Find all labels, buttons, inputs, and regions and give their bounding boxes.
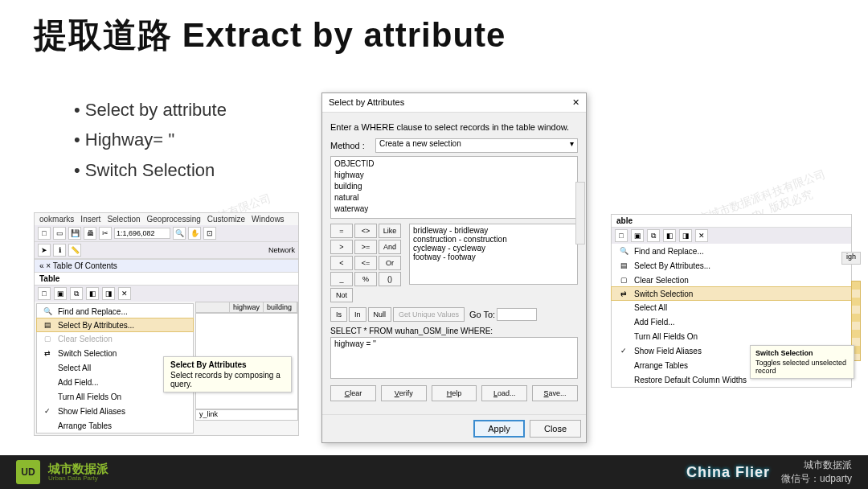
apply-button[interactable]: Apply (473, 420, 525, 438)
switch-sel-icon[interactable]: ◧ (86, 287, 99, 300)
open-icon[interactable]: ▭ (53, 227, 66, 240)
goto-input[interactable] (497, 308, 537, 321)
menu-bookmarks[interactable]: ookmarks (39, 215, 74, 224)
clear-button[interactable]: Clear (330, 385, 376, 401)
field-item[interactable]: highway (334, 170, 574, 181)
save-button[interactable]: Save... (532, 385, 578, 401)
operator-button[interactable]: < (330, 256, 353, 270)
operator-button[interactable]: >= (354, 240, 377, 254)
goto-label: Go To: (469, 310, 495, 319)
value-item[interactable]: footway - footway (413, 253, 574, 261)
app-menubar[interactable]: ookmarks Insert Selection Geoprocessing … (35, 213, 298, 225)
method-select[interactable]: Create a new selection ▾ (375, 138, 578, 153)
operator-button[interactable]: Or (379, 256, 401, 270)
op-is-button[interactable]: Is (330, 307, 347, 322)
menu-item-switch-selection[interactable]: ⇄Switch Selection (611, 286, 852, 301)
close-icon[interactable]: ✕ (695, 229, 708, 242)
operator-button[interactable]: () (379, 272, 401, 286)
operator-button[interactable]: <= (354, 256, 377, 270)
help-button[interactable]: Help (432, 385, 477, 401)
operator-grid[interactable]: =<>Like>>=And<<=Or_%()Not (330, 224, 401, 302)
menu-item-arrange-tables[interactable]: Arrange Tables (37, 418, 193, 433)
col-highway[interactable]: highway (230, 302, 264, 312)
select-by-attr-icon[interactable]: ⧉ (70, 287, 83, 300)
menu-item-select-all[interactable]: Select All (612, 300, 851, 314)
field-item[interactable]: natural (334, 192, 574, 203)
clear-selection-icon: ▢ (618, 276, 629, 284)
menu-item-find-replace[interactable]: 🔍Find and Replace... (612, 244, 851, 258)
map-scale-input[interactable] (114, 228, 170, 239)
select-by-attr-icon[interactable]: ⧉ (647, 229, 660, 242)
cut-icon[interactable]: ✂ (99, 227, 112, 240)
field-item[interactable]: waterway (334, 203, 574, 215)
dialog-close-icon[interactable]: ✕ (572, 97, 579, 108)
where-expression-input[interactable]: highway = '' (330, 337, 578, 379)
field-list[interactable]: OBJECTIDhighwaybuildingnaturalwaterway (330, 156, 578, 219)
menu-customize[interactable]: Customize (207, 215, 245, 224)
get-unique-values-button[interactable]: Get Unique Values (393, 307, 465, 322)
value-item[interactable]: construction - construction (413, 235, 574, 244)
value-item[interactable]: cycleway - cycleway (413, 244, 574, 253)
toc-header[interactable]: « × Table Of Contents (35, 259, 298, 273)
switch-sel-icon[interactable]: ◧ (663, 229, 676, 242)
operator-button[interactable]: Not (330, 288, 353, 302)
table-options-icon[interactable]: □ (38, 287, 51, 300)
menu-item-show-aliases[interactable]: ✓Show Field Aliases (37, 404, 193, 418)
col-building[interactable]: building (264, 302, 297, 312)
menu-item-clear-selection[interactable]: ▢Clear Selection (612, 273, 851, 287)
nav-toolbar[interactable]: ➤ ℹ 📏 Network (35, 242, 298, 259)
operator-button[interactable]: % (354, 272, 377, 286)
menu-windows[interactable]: Windows (252, 215, 285, 224)
new-icon[interactable]: □ (38, 227, 51, 240)
value-item[interactable]: bridleway - bridleway (413, 226, 574, 235)
full-extent-icon[interactable]: ⊡ (203, 227, 216, 240)
field-item[interactable]: building (334, 181, 574, 192)
close-button[interactable]: Close (530, 420, 581, 438)
table-toolbar-right[interactable]: □ ▣ ⧉ ◧ ◨ ✕ (612, 228, 851, 244)
chevron-down-icon[interactable]: ▾ (570, 139, 574, 148)
toc-collapse-icon[interactable]: « × (39, 261, 51, 270)
related-tables-icon[interactable]: ▣ (54, 287, 67, 300)
col-blank[interactable] (196, 302, 230, 312)
verify-button[interactable]: Verify (381, 385, 427, 401)
measure-icon[interactable]: 📏 (68, 244, 81, 257)
menu-insert[interactable]: Insert (80, 215, 100, 224)
operator-button[interactable]: = (330, 224, 353, 238)
main-toolbar[interactable]: □ ▭ 💾 🖶 ✂ 🔍 ✋ ⊡ (35, 225, 298, 242)
pan-icon[interactable]: ✋ (188, 227, 201, 240)
load-button[interactable]: Load... (481, 385, 527, 401)
operator-button[interactable]: Like (379, 224, 401, 238)
identify-icon[interactable]: ℹ (53, 244, 66, 257)
operator-button[interactable]: And (379, 240, 401, 254)
table-column-headers[interactable]: highway building (195, 302, 298, 313)
menu-item-all-fields-on[interactable]: Turn All Fields On (612, 329, 851, 343)
col-header-fragment[interactable]: igh (841, 252, 861, 265)
menu-item-add-field[interactable]: Add Field... (612, 314, 851, 329)
table-toolbar[interactable]: □ ▣ ⧉ ◧ ◨ ✕ (35, 286, 298, 302)
clear-sel-icon[interactable]: ◨ (679, 229, 692, 242)
brand-name-en: Urban Data Party (48, 475, 108, 482)
clear-sel-icon[interactable]: ◨ (102, 287, 115, 300)
related-tables-icon[interactable]: ▣ (631, 229, 644, 242)
table-options-icon[interactable]: □ (615, 229, 628, 242)
arrow-icon[interactable]: ➤ (38, 244, 51, 257)
operator-button[interactable]: _ (330, 272, 353, 286)
menu-item-select-by-attributes[interactable]: ▤Select By Attributes... (36, 318, 194, 332)
select-by-attributes-icon: ▤ (42, 321, 53, 329)
print-icon[interactable]: 🖶 (84, 227, 96, 240)
zoom-icon[interactable]: 🔍 (173, 227, 186, 240)
scrollbar[interactable] (575, 182, 585, 244)
close-icon[interactable]: ✕ (118, 287, 131, 300)
bullet-2: Highway= '' (74, 125, 227, 154)
save-icon[interactable]: 💾 (68, 227, 81, 240)
menu-item-find-replace[interactable]: 🔍Find and Replace... (37, 304, 193, 318)
field-item[interactable]: OBJECTID (334, 158, 574, 170)
menu-selection[interactable]: Selection (107, 215, 140, 224)
operator-button[interactable]: <> (354, 224, 377, 238)
menu-item-select-by-attributes[interactable]: ▤Select By Attributes... (612, 258, 851, 273)
operator-button[interactable]: > (330, 240, 353, 254)
op-in-button[interactable]: In (349, 307, 366, 322)
menu-geoprocessing[interactable]: Geoprocessing (147, 215, 201, 224)
op-null-button[interactable]: Null (368, 307, 392, 322)
unique-values-list[interactable]: bridleway - bridlewayconstruction - cons… (409, 224, 578, 285)
